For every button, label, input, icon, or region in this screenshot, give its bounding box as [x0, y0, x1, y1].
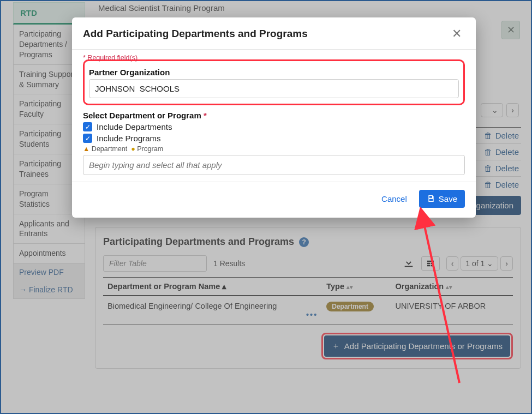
cancel-button[interactable]: Cancel: [378, 194, 410, 204]
modal-title: Add Participating Departments and Progra…: [83, 28, 308, 40]
close-icon: ✕: [452, 27, 462, 40]
annotation-highlight: Partner Organization: [83, 59, 465, 105]
partner-organization-input[interactable]: [89, 79, 459, 98]
save-button[interactable]: Save: [419, 190, 465, 208]
triangle-icon: ▲: [83, 145, 89, 153]
checkbox-checked-icon: ✓: [83, 134, 92, 143]
add-departments-modal: Add Participating Departments and Progra…: [72, 17, 476, 218]
partner-organization-label: Partner Organization: [89, 68, 459, 77]
required-star-icon: *: [204, 111, 207, 120]
department-program-search-input[interactable]: [83, 155, 465, 175]
include-departments-checkbox[interactable]: ✓ Include Departments: [83, 122, 465, 131]
include-programs-checkbox[interactable]: ✓ Include Programs: [83, 134, 465, 143]
select-department-label: Select Department or Program *: [83, 111, 465, 120]
save-disk-icon: [427, 194, 435, 203]
circle-icon: ●: [131, 145, 135, 153]
modal-close-button[interactable]: ✕: [449, 26, 465, 41]
checkbox-checked-icon: ✓: [83, 122, 92, 131]
type-legend: ▲ Department ● Program: [83, 145, 465, 153]
